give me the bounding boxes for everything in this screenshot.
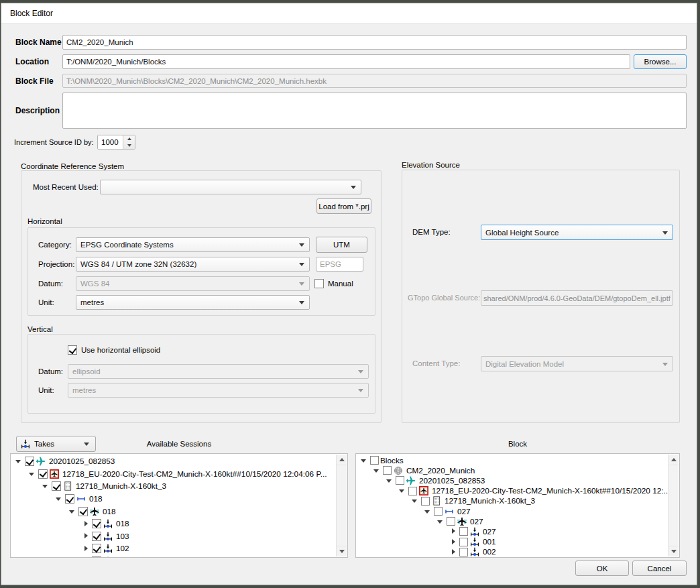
title-bar[interactable]: Block Editor <box>1 3 697 24</box>
tree-row[interactable]: 002 <box>356 547 669 557</box>
row-checkbox[interactable] <box>370 456 379 465</box>
scroll-down-icon[interactable] <box>337 546 347 556</box>
scroll-up-icon[interactable] <box>337 455 347 465</box>
browse-button[interactable]: Browse... <box>634 54 687 69</box>
expander-open-icon[interactable] <box>14 457 23 466</box>
expander-open-icon[interactable] <box>398 486 407 495</box>
row-checkbox[interactable] <box>459 527 468 536</box>
tree-row[interactable]: 103 <box>11 530 337 543</box>
utm-button[interactable]: UTM <box>316 237 367 253</box>
unit-select[interactable]: metres <box>76 295 310 310</box>
expander-open-icon[interactable] <box>423 507 432 516</box>
row-checkbox[interactable] <box>447 517 455 526</box>
category-select[interactable]: EPSG Coordinate Systems <box>76 237 310 252</box>
expander-closed-icon[interactable] <box>449 527 458 536</box>
expander-open-icon[interactable] <box>385 476 394 485</box>
row-checkbox[interactable] <box>92 532 101 541</box>
block-file-input <box>62 74 687 88</box>
scroll-up-icon[interactable] <box>668 455 679 465</box>
block-icon <box>394 466 404 475</box>
manual-checkbox[interactable] <box>314 279 324 288</box>
dem-type-select[interactable]: Global Height Source <box>481 225 673 240</box>
projection-select[interactable]: WGS 84 / UTM zone 32N (32632) <box>76 257 310 272</box>
row-checkbox[interactable] <box>92 544 101 553</box>
description-input[interactable] <box>62 93 687 129</box>
tree-row[interactable]: 20201025_082853 <box>356 475 669 485</box>
ok-button[interactable]: OK <box>575 561 629 576</box>
tree-row[interactable]: 018 <box>11 505 337 518</box>
row-checkbox[interactable] <box>25 457 34 466</box>
row-checkbox[interactable] <box>92 519 101 528</box>
cancel-button[interactable]: Cancel <box>632 561 687 576</box>
row-checkbox[interactable] <box>52 481 61 491</box>
tree-row[interactable]: 12718_EU-2020-City-Test-CM2_Munich-X-160… <box>356 486 669 496</box>
expander-closed-icon[interactable] <box>81 532 91 541</box>
increment-input[interactable] <box>98 135 125 149</box>
tree-row-label: 20201025_082853 <box>49 457 115 466</box>
expander-open-icon[interactable] <box>68 507 77 516</box>
block-name-label: Block Name <box>15 35 62 50</box>
datum-select: WGS 84 <box>76 276 310 291</box>
expander-open-icon[interactable] <box>359 456 369 465</box>
tree-row[interactable]: 001 <box>356 537 669 547</box>
tree-row[interactable]: 027 <box>356 506 669 516</box>
dropdown-arrow-icon <box>662 363 668 366</box>
expander-closed-icon[interactable] <box>81 544 91 553</box>
tree-row[interactable]: 12718_Munich-X-160kt_3 <box>356 496 669 506</box>
tree-row[interactable]: CM2_2020_Munich <box>356 465 669 475</box>
row-checkbox[interactable] <box>78 507 88 516</box>
tree-row[interactable]: Blocks <box>356 455 669 465</box>
tree-row-label: 027 <box>470 517 483 526</box>
expander-closed-icon[interactable] <box>81 556 91 557</box>
row-checkbox[interactable] <box>383 466 392 475</box>
tree-row[interactable]: 018 <box>11 518 337 530</box>
vertical-scrollbar[interactable] <box>336 455 347 556</box>
row-checkbox[interactable] <box>65 494 74 504</box>
tree-row-label: Blocks <box>380 456 404 465</box>
expander-open-icon[interactable] <box>372 466 382 475</box>
available-sessions-label: Available Sessions <box>10 439 348 449</box>
tree-row[interactable]: 12718_EU-2020-City-Test-CM2_Munich-X-160… <box>11 468 337 481</box>
tree-row[interactable]: 018 <box>11 493 337 506</box>
tree-row[interactable]: 102 <box>11 542 337 555</box>
most-recent-used-select[interactable] <box>100 180 361 194</box>
row-checkbox[interactable] <box>92 556 101 557</box>
vertical-unit-label: Unit: <box>38 383 54 398</box>
row-checkbox[interactable] <box>459 548 468 556</box>
take-icon <box>103 544 113 553</box>
tree-row[interactable]: 20201025_082853 <box>11 455 337 468</box>
expander-closed-icon[interactable] <box>81 519 91 528</box>
expander-open-icon[interactable] <box>41 481 50 491</box>
row-checkbox[interactable] <box>434 507 443 516</box>
tree-row-label: 102 <box>116 544 129 553</box>
row-checkbox[interactable] <box>38 469 48 479</box>
tree-row[interactable]: 12718_Munich-X-160kt_3 <box>11 480 337 493</box>
row-checkbox[interactable] <box>421 497 430 506</box>
tree-row[interactable] <box>11 555 337 557</box>
load-prj-button[interactable]: Load from *.prj <box>316 198 371 214</box>
increment-spinbox[interactable] <box>97 135 135 150</box>
expander-open-icon[interactable] <box>54 494 64 504</box>
expander-open-icon[interactable] <box>436 517 445 526</box>
tree-row-label: 018 <box>89 494 103 504</box>
tree-row-label: 20201025_082853 <box>419 476 485 485</box>
epsg-input[interactable] <box>316 257 363 272</box>
location-input[interactable] <box>62 54 630 69</box>
tree-row[interactable]: 027 <box>356 526 669 536</box>
expander-closed-icon[interactable] <box>449 537 458 546</box>
expander-open-icon[interactable] <box>410 496 420 506</box>
use-horizontal-ellipsoid-checkbox[interactable] <box>68 345 77 355</box>
vertical-scrollbar[interactable] <box>668 455 679 556</box>
sortie-icon <box>432 496 442 506</box>
tree-row[interactable]: 027 <box>356 516 669 526</box>
row-checkbox[interactable] <box>408 487 417 495</box>
session-icon <box>406 476 416 485</box>
spin-up-icon[interactable] <box>123 135 135 142</box>
block-name-input[interactable] <box>62 35 687 50</box>
row-checkbox[interactable] <box>459 538 468 546</box>
scroll-down-icon[interactable] <box>668 546 679 556</box>
spin-down-icon[interactable] <box>123 142 135 149</box>
expander-closed-icon[interactable] <box>449 547 458 556</box>
expander-open-icon[interactable] <box>27 469 37 479</box>
row-checkbox[interactable] <box>396 476 404 485</box>
